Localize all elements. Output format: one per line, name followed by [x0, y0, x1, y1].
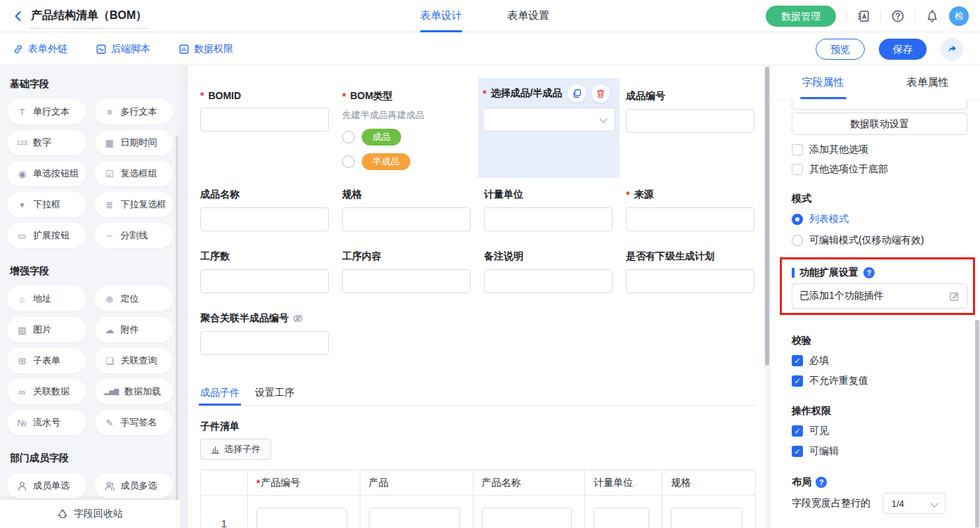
checkbox-editable[interactable]: ✓ 可编辑: [792, 445, 839, 458]
panel-scrollbar[interactable]: [975, 320, 979, 528]
checkbox-checked-icon[interactable]: ✓: [792, 425, 803, 437]
process-count-input[interactable]: [200, 269, 329, 293]
help-icon[interactable]: [891, 9, 905, 23]
field-recycle-bin[interactable]: 字段回收站: [0, 500, 180, 528]
product-code-input[interactable]: [626, 109, 754, 133]
radio-circle[interactable]: [342, 155, 355, 168]
avatar[interactable]: 检: [949, 6, 969, 26]
back-icon[interactable]: [11, 9, 25, 23]
tab-form-properties[interactable]: 表单属性: [875, 65, 980, 99]
canvas-scrollbar[interactable]: [765, 67, 769, 366]
field-aggregate-semi-code[interactable]: 聚合关联半成品编号: [200, 312, 329, 355]
field-remark[interactable]: 备注说明: [484, 250, 613, 293]
field-process-count[interactable]: 工序数: [200, 250, 329, 293]
unit-input[interactable]: [484, 207, 613, 231]
sidebar-scrollbar[interactable]: [176, 136, 178, 501]
tab-form-design[interactable]: 表单设计: [420, 0, 462, 32]
delete-field-button[interactable]: [592, 84, 610, 103]
checkbox-visible[interactable]: ✓ 可见: [792, 425, 829, 437]
field-product-code[interactable]: 成品编号: [626, 90, 754, 133]
field-related-query[interactable]: ❏关联查询: [95, 348, 174, 373]
checkbox-add-other-option[interactable]: 添加其他选项: [792, 143, 868, 156]
checkbox-checked-icon[interactable]: ✓: [792, 355, 803, 366]
field-multi-line-text[interactable]: ≡多行文本: [95, 99, 174, 124]
field-signature[interactable]: ✎手写签名: [95, 410, 174, 435]
backend-script-link[interactable]: 后端脚本: [96, 43, 150, 56]
save-button[interactable]: 保存: [879, 39, 927, 60]
field-unit[interactable]: 计量单位: [484, 188, 613, 231]
checkbox-other-option-bottom[interactable]: 其他选项位于底部: [792, 163, 888, 176]
field-single-line-text[interactable]: T单行文本: [7, 99, 86, 124]
data-linkage-button[interactable]: 数据联动设置: [792, 112, 967, 135]
checkbox-checked-icon[interactable]: ✓: [792, 446, 803, 457]
field-bom-type[interactable]: *BOM类型 先建半成品再建成品 成品 半成品: [342, 90, 471, 178]
tab-finished-children[interactable]: 成品子件: [200, 383, 240, 405]
field-extend-button[interactable]: ▭扩展按钮: [7, 223, 86, 248]
field-radio-group[interactable]: ◉单选按钮组: [7, 161, 86, 186]
field-process-content[interactable]: 工序内容: [342, 250, 471, 293]
radio-selected-icon[interactable]: [792, 214, 803, 225]
field-dropdown-multi[interactable]: ≣下拉复选框: [95, 192, 174, 217]
checkbox-no-duplicate[interactable]: ✓ 不允许重复值: [792, 375, 868, 387]
help-icon[interactable]: ?: [816, 477, 827, 488]
contact-book-icon[interactable]: [856, 9, 870, 23]
scrolled-partial-input[interactable]: [792, 99, 967, 110]
field-divider-line[interactable]: ┄分割线: [95, 223, 174, 248]
field-location[interactable]: ⊕定位: [95, 286, 174, 311]
edit-icon[interactable]: [949, 291, 960, 302]
field-member-multi[interactable]: 成员多选: [95, 473, 174, 498]
field-number[interactable]: 123数字: [7, 130, 86, 155]
source-input[interactable]: [626, 207, 754, 231]
field-attachment[interactable]: ☁附件: [95, 317, 174, 342]
notification-bell-icon[interactable]: [925, 9, 939, 23]
field-bomid[interactable]: *BOMID: [200, 90, 329, 131]
product-name-input[interactable]: [200, 207, 329, 231]
tab-form-settings[interactable]: 表单设置: [507, 0, 549, 32]
spec-input[interactable]: [342, 207, 471, 231]
field-source[interactable]: *来源: [626, 188, 754, 231]
field-dropdown[interactable]: ▾下拉框: [7, 192, 86, 217]
form-external-link[interactable]: 表单外链: [13, 43, 67, 56]
field-data-load[interactable]: ▂▅▇数据加载: [95, 379, 174, 404]
radio-circle[interactable]: [342, 131, 355, 143]
tab-set-process[interactable]: 设置工序: [255, 383, 294, 405]
process-content-input[interactable]: [342, 269, 471, 293]
radio-list-mode[interactable]: 列表模式: [792, 213, 849, 226]
field-has-sub-plan[interactable]: 是否有下级生成计划: [626, 250, 754, 293]
checkbox-icon[interactable]: [792, 144, 803, 155]
field-checkbox-group[interactable]: ☑复选框组: [95, 161, 174, 186]
selected-field-block[interactable]: *选择成品/半成品: [478, 78, 620, 178]
has-sub-plan-input[interactable]: [626, 269, 754, 293]
data-permission-link[interactable]: 数据权限: [178, 43, 233, 56]
data-manage-button[interactable]: 数据管理: [766, 6, 836, 27]
field-subform[interactable]: ⊞子表单: [7, 348, 86, 373]
field-related-data[interactable]: ∞关联数据: [7, 379, 86, 404]
cell-product-name-input[interactable]: [482, 508, 573, 528]
tab-field-properties[interactable]: 字段属性: [771, 65, 875, 99]
cell-spec-input[interactable]: [671, 508, 743, 528]
field-member-single[interactable]: 成员单选: [7, 473, 86, 498]
field-image[interactable]: ▧图片: [7, 317, 86, 342]
bomid-input[interactable]: [200, 108, 329, 131]
aggregate-semi-code-input[interactable]: [200, 331, 329, 355]
cell-unit-input[interactable]: [594, 508, 649, 528]
checkbox-required[interactable]: ✓ 必填: [792, 354, 829, 367]
field-address[interactable]: ⌂地址: [7, 286, 86, 311]
field-datetime[interactable]: ▦日期时间: [95, 130, 174, 155]
remark-input[interactable]: [484, 269, 613, 293]
radio-icon[interactable]: [792, 235, 803, 246]
radio-option-semi-finished[interactable]: 半成品: [342, 153, 471, 170]
field-serial-number[interactable]: №流水号: [7, 410, 86, 435]
checkbox-checked-icon[interactable]: ✓: [792, 375, 803, 387]
product-select-input[interactable]: [483, 108, 615, 131]
copy-field-button[interactable]: [568, 84, 586, 103]
cell-product-input[interactable]: [369, 508, 460, 528]
extension-plugin-field[interactable]: 已添加1个功能插件: [792, 283, 967, 309]
field-width-select[interactable]: 1/4: [882, 493, 946, 514]
radio-option-finished[interactable]: 成品: [342, 129, 471, 146]
help-icon[interactable]: ?: [863, 267, 875, 278]
page-title[interactable]: 产品结构清单（BOM）: [31, 8, 147, 29]
field-product-name[interactable]: 成品名称: [200, 188, 329, 231]
select-child-button[interactable]: 选择子件: [200, 439, 271, 460]
checkbox-icon[interactable]: [792, 164, 803, 175]
